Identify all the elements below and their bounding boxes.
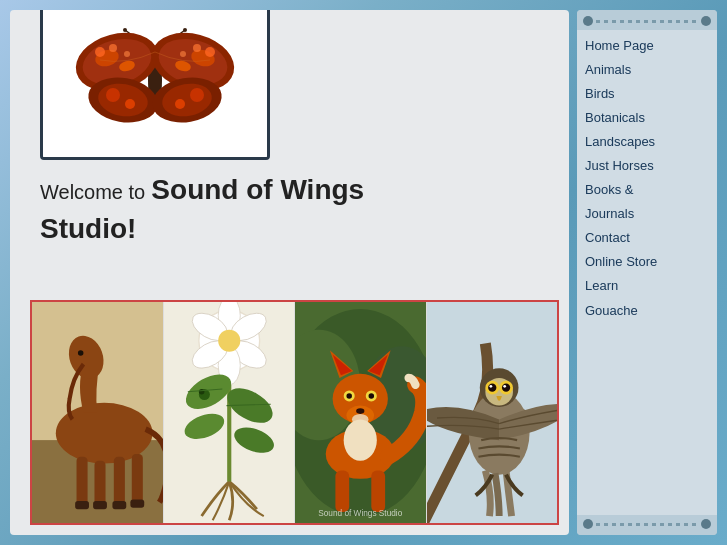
nav-home-page[interactable]: Home Page — [585, 34, 709, 58]
welcome-text: Welcome to Sound of WingsStudio! — [40, 170, 559, 248]
svg-point-26 — [190, 88, 204, 102]
svg-rect-33 — [77, 457, 88, 505]
sidebar-dots-bottom — [577, 515, 717, 535]
sidebar-dots-top — [577, 10, 717, 30]
nav-gouache[interactable]: Gouache — [585, 299, 709, 323]
svg-point-18 — [193, 44, 201, 52]
svg-point-77 — [344, 419, 377, 460]
svg-point-5 — [183, 28, 187, 32]
svg-rect-35 — [114, 457, 125, 505]
nav-online-store[interactable]: Online Store — [585, 250, 709, 274]
svg-point-11 — [109, 44, 117, 52]
svg-point-41 — [78, 350, 84, 356]
welcome-normal: Welcome to — [40, 181, 145, 203]
svg-rect-34 — [94, 461, 105, 505]
gallery-section: Sound of Wings Studio — [30, 300, 559, 525]
nav-landscapes[interactable]: Landscapes — [585, 130, 709, 154]
nav-just-horses[interactable]: Just Horses — [585, 154, 709, 178]
svg-point-17 — [205, 47, 215, 57]
dot-right — [701, 16, 711, 26]
svg-point-51 — [218, 330, 240, 352]
svg-point-90 — [503, 385, 506, 388]
svg-point-68 — [356, 408, 364, 414]
sidebar: Home Page Animals Birds Botanicals Lands… — [577, 10, 717, 535]
svg-point-27 — [175, 99, 185, 109]
svg-rect-79 — [371, 471, 385, 512]
nav-learn[interactable]: Learn — [585, 274, 709, 298]
dot-line-top — [596, 20, 698, 23]
svg-point-88 — [501, 383, 509, 391]
svg-point-10 — [95, 47, 105, 57]
dot-left — [583, 16, 593, 26]
nav-birds[interactable]: Birds — [585, 82, 709, 106]
svg-rect-36 — [132, 454, 143, 505]
svg-point-22 — [106, 88, 120, 102]
svg-point-89 — [489, 385, 492, 388]
gallery-item-bird[interactable] — [427, 302, 558, 523]
nav-books[interactable]: Books & — [585, 178, 709, 202]
svg-rect-78 — [335, 471, 349, 512]
svg-point-57 — [198, 389, 204, 395]
welcome-section: Welcome to Sound of WingsStudio! — [40, 170, 559, 248]
gallery-item-botanical[interactable] — [164, 302, 296, 523]
gallery-item-horse[interactable] — [32, 302, 164, 523]
dot-bottom-left — [583, 519, 593, 529]
svg-rect-38 — [93, 501, 107, 509]
svg-rect-39 — [112, 501, 126, 509]
svg-point-71 — [346, 393, 352, 399]
svg-point-12 — [124, 51, 130, 57]
dot-line-bottom — [596, 523, 698, 526]
nav-animals[interactable]: Animals — [585, 58, 709, 82]
nav-journals[interactable]: Journals — [585, 202, 709, 226]
svg-point-72 — [369, 393, 375, 399]
svg-text:Sound of Wings Studio: Sound of Wings Studio — [318, 509, 402, 518]
gallery-item-fox[interactable]: Sound of Wings Studio — [295, 302, 427, 523]
svg-rect-37 — [75, 501, 89, 509]
svg-point-87 — [488, 383, 496, 391]
content-area: Welcome to Sound of WingsStudio! — [10, 10, 569, 535]
nav-botanicals[interactable]: Botanicals — [585, 106, 709, 130]
svg-rect-40 — [130, 500, 144, 508]
svg-point-4 — [123, 28, 127, 32]
dot-bottom-right — [701, 519, 711, 529]
nav-contact[interactable]: Contact — [585, 226, 709, 250]
app-container: Welcome to Sound of WingsStudio! — [0, 0, 727, 545]
svg-point-23 — [125, 99, 135, 109]
sidebar-nav: Home Page Animals Birds Botanicals Lands… — [577, 30, 717, 515]
moth-image-box — [40, 10, 270, 160]
svg-point-19 — [180, 51, 186, 57]
